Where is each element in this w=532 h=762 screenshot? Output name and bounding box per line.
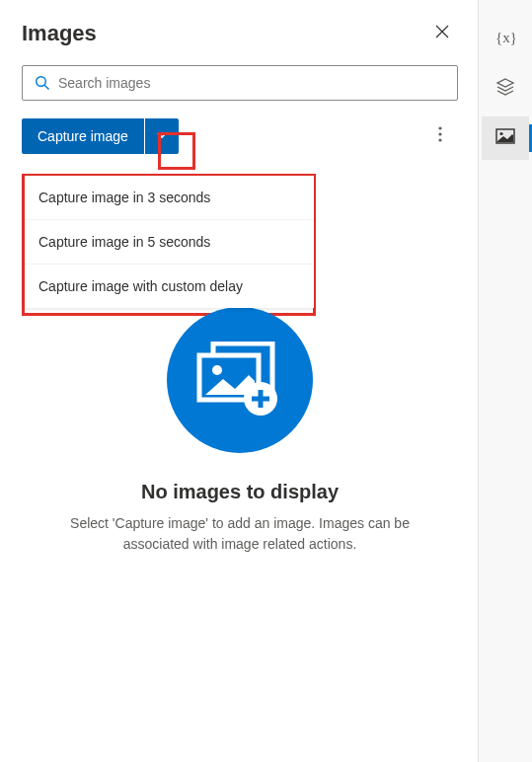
- layers-icon: [495, 78, 515, 100]
- side-rail: {x}: [479, 0, 532, 762]
- rail-ui-elements[interactable]: [482, 67, 529, 111]
- chevron-down-icon: [156, 129, 168, 144]
- rail-variables[interactable]: {x}: [482, 18, 529, 61]
- capture-dropdown-button[interactable]: [145, 118, 179, 154]
- empty-illustration: [167, 307, 313, 453]
- search-box[interactable]: [22, 65, 458, 101]
- close-button[interactable]: [426, 18, 458, 49]
- panel-header: Images: [22, 18, 458, 49]
- toolbar: Capture image: [22, 118, 458, 154]
- svg-point-3: [438, 132, 441, 135]
- capture-image-button[interactable]: Capture image: [22, 118, 144, 154]
- image-icon: [495, 128, 515, 148]
- variables-icon: {x}: [495, 29, 515, 50]
- close-icon: [435, 25, 449, 42]
- images-panel: Images Capture image: [0, 0, 479, 762]
- search-input[interactable]: [58, 75, 449, 91]
- more-vertical-icon: [438, 126, 442, 146]
- capture-split-button: Capture image: [22, 118, 179, 154]
- rail-images[interactable]: [482, 116, 529, 160]
- svg-text:{x}: {x}: [495, 30, 515, 45]
- more-button[interactable]: [422, 118, 458, 154]
- dropdown-item-5s[interactable]: Capture image in 5 seconds: [25, 220, 314, 265]
- svg-point-7: [212, 365, 222, 375]
- panel-title: Images: [22, 21, 97, 46]
- empty-subtitle: Select 'Capture image' to add an image. …: [51, 513, 428, 554]
- svg-point-0: [37, 77, 46, 87]
- dropdown-item-custom[interactable]: Capture image with custom delay: [25, 265, 314, 308]
- images-icon: [195, 342, 284, 419]
- svg-point-2: [438, 126, 441, 129]
- dropdown-item-3s[interactable]: Capture image in 3 seconds: [25, 176, 314, 220]
- search-icon: [33, 73, 52, 93]
- svg-point-13: [499, 132, 502, 135]
- svg-point-4: [438, 138, 441, 141]
- capture-dropdown-menu: Capture image in 3 seconds Capture image…: [25, 176, 314, 308]
- svg-line-1: [44, 85, 48, 89]
- empty-title: No images to display: [141, 481, 339, 503]
